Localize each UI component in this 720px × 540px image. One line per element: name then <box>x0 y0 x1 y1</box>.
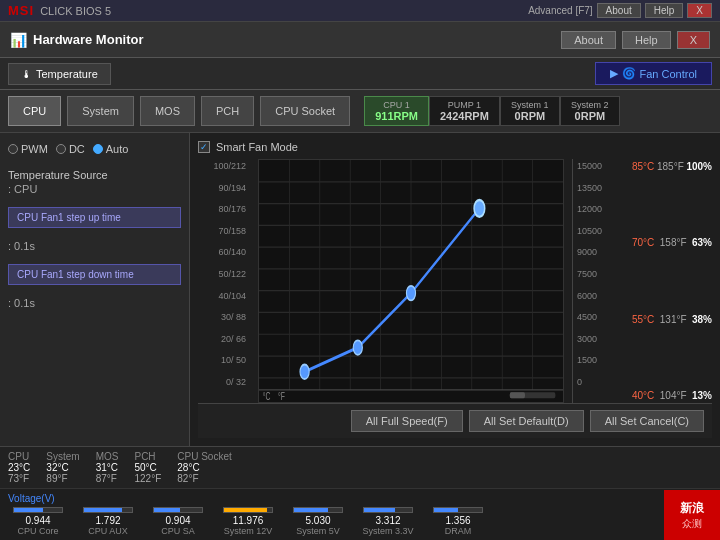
status-val1-3: 50°C <box>134 462 161 473</box>
brand-sub: 众测 <box>682 517 702 531</box>
voltage-bar-6 <box>434 508 458 512</box>
help-btn[interactable]: Help <box>622 31 671 49</box>
svg-text:°F: °F <box>278 390 285 402</box>
voltage-item-6: 1.356 DRAM <box>428 507 488 536</box>
y-left-9: 10/ 50 <box>198 355 246 365</box>
step-down-value: : 0.1s <box>8 295 181 311</box>
status-name-1: System <box>46 451 79 462</box>
smart-fan-checkbox[interactable] <box>198 141 210 153</box>
mode-selector: PWM DC Auto <box>8 143 181 155</box>
temp-source-value: : CPU <box>8 181 181 197</box>
y-right-8: 3000 <box>577 334 624 344</box>
voltage-name-3: System 12V <box>224 526 273 536</box>
close-win-btn[interactable]: X <box>677 31 710 49</box>
y-right-4: 9000 <box>577 247 624 257</box>
voltage-val-6: 1.356 <box>445 515 470 526</box>
fan-curve-chart[interactable]: °C °F <box>259 160 563 402</box>
about-btn[interactable]: About <box>561 31 616 49</box>
voltage-name-1: CPU AUX <box>88 526 128 536</box>
system-tab-btn[interactable]: System <box>67 96 134 126</box>
cpu-socket-tab-btn[interactable]: CPU Socket <box>260 96 350 126</box>
voltage-name-5: System 3.3V <box>362 526 413 536</box>
y-right-9: 1500 <box>577 355 624 365</box>
voltage-name-6: DRAM <box>445 526 472 536</box>
y-left-3: 70/158 <box>198 226 246 236</box>
voltage-bar-5 <box>364 508 395 512</box>
y-left-6: 40/104 <box>198 291 246 301</box>
set-cancel-btn[interactable]: All Set Cancel(C) <box>590 410 704 432</box>
curve-point-3[interactable] <box>406 286 415 301</box>
status-item-0: CPU 23°C 73°F <box>8 451 30 484</box>
temp-c-2: 55°C <box>632 314 654 325</box>
temp-f-3: 104°F <box>660 390 687 401</box>
temp-f-0: 185°F <box>657 161 684 172</box>
top-bar: MSI CLICK BIOS 5 Advanced [F7] About Hel… <box>0 0 720 22</box>
curve-point-4[interactable] <box>474 200 485 217</box>
voltage-item-5: 3.312 System 3.3V <box>358 507 418 536</box>
dc-radio-label[interactable]: DC <box>56 143 85 155</box>
voltage-name-2: CPU SA <box>161 526 195 536</box>
pwm-radio[interactable] <box>8 144 18 154</box>
fan-speed-item-1: PUMP 12424RPM <box>429 96 500 126</box>
voltage-item-4: 5.030 System 5V <box>288 507 348 536</box>
sub-buttons-bar: CPU System MOS PCH CPU Socket CPU 1911RP… <box>0 90 720 133</box>
about-top-btn[interactable]: About <box>597 3 641 18</box>
app-title: CLICK BIOS 5 <box>40 5 111 17</box>
step-down-btn[interactable]: CPU Fan1 step down time <box>8 264 181 285</box>
help-top-btn[interactable]: Help <box>645 3 684 18</box>
arrow-icon: ▶ <box>610 67 618 80</box>
curve-point-1[interactable] <box>300 364 309 379</box>
voltage-bar-container-5 <box>363 507 413 513</box>
temp-source-label: Temperature Source <box>8 169 181 181</box>
full-speed-btn[interactable]: All Full Speed(F) <box>351 410 463 432</box>
temp-f-2: 131°F <box>660 314 687 325</box>
smart-fan-label: Smart Fan Mode <box>216 141 298 153</box>
y-right-1: 13500 <box>577 183 624 193</box>
status-val2-1: 89°F <box>46 473 79 484</box>
voltage-val-5: 3.312 <box>375 515 400 526</box>
y-right-3: 10500 <box>577 226 624 236</box>
temp-pct-0: 100% <box>686 161 712 172</box>
hardware-monitor-window: 📊 Hardware Monitor About Help X 🌡 Temper… <box>0 22 720 540</box>
set-default-btn[interactable]: All Set Default(D) <box>469 410 584 432</box>
chart-container: 100/21290/19480/17670/15860/14050/12240/… <box>198 159 712 403</box>
temp-label-row-1: 70°C 158°F 63% <box>632 237 712 248</box>
voltage-bar-container-1 <box>83 507 133 513</box>
status-bar: CPU 23°C 73°F System 32°C 89°F MOS 31°C … <box>0 446 720 488</box>
cpu-tab-btn[interactable]: CPU <box>8 96 61 126</box>
voltage-bar-container-3 <box>223 507 273 513</box>
voltage-bar-1 <box>84 508 122 512</box>
brand-main: 新浪 <box>680 500 704 517</box>
status-val1-4: 28°C <box>177 462 231 473</box>
svg-rect-23 <box>510 392 525 398</box>
y-right-6: 6000 <box>577 291 624 301</box>
pch-tab-btn[interactable]: PCH <box>201 96 254 126</box>
curve-point-2[interactable] <box>353 340 362 355</box>
mos-tab-btn[interactable]: MOS <box>140 96 195 126</box>
y-right-0: 15000 <box>577 161 624 171</box>
window-titlebar-btns: About Help X <box>561 31 710 49</box>
fan-speed-item-2: System 10RPM <box>500 96 560 126</box>
temp-c-3: 40°C <box>632 390 654 401</box>
tab-fan-control[interactable]: ▶ 🌀 Fan Control <box>595 62 712 85</box>
voltage-bar-container-6 <box>433 507 483 513</box>
dc-radio[interactable] <box>56 144 66 154</box>
close-top-btn[interactable]: X <box>687 3 712 18</box>
y-left-5: 50/122 <box>198 269 246 279</box>
auto-radio[interactable] <box>93 144 103 154</box>
pwm-radio-label[interactable]: PWM <box>8 143 48 155</box>
tab-temperature[interactable]: 🌡 Temperature <box>8 63 111 85</box>
status-val1-1: 32°C <box>46 462 79 473</box>
status-name-0: CPU <box>8 451 30 462</box>
status-val2-4: 82°F <box>177 473 231 484</box>
voltage-bar-3 <box>224 508 267 512</box>
window-icon: 📊 <box>10 32 27 48</box>
left-panel: PWM DC Auto Temperature Source : CPU CPU… <box>0 133 190 446</box>
fan-speed-item-0: CPU 1911RPM <box>364 96 429 126</box>
y-right-7: 4500 <box>577 312 624 322</box>
temp-c-1: 70°C <box>632 237 654 248</box>
temp-pct-3: 13% <box>692 390 712 401</box>
step-up-btn[interactable]: CPU Fan1 step up time <box>8 207 181 228</box>
chart-svg-area[interactable]: °C °F <box>258 159 564 403</box>
auto-radio-label[interactable]: Auto <box>93 143 129 155</box>
